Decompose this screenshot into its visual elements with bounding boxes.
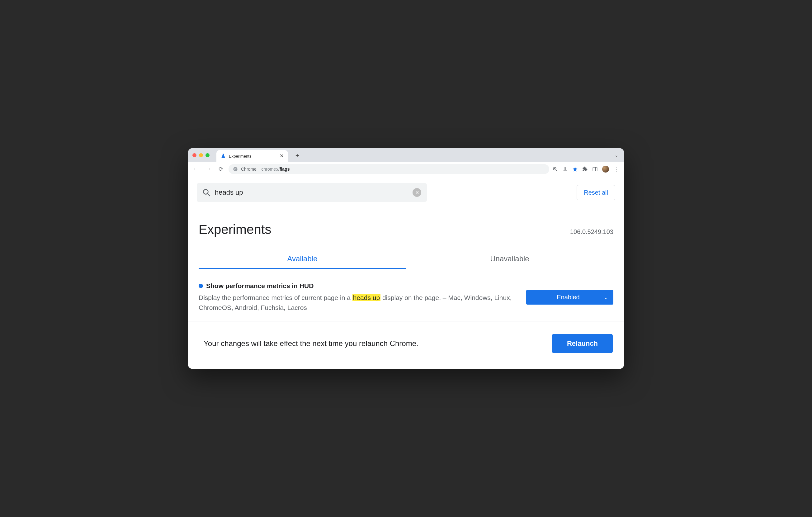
forward-button[interactable]: → — [204, 166, 213, 172]
search-icon — [202, 189, 210, 197]
close-window-button[interactable] — [193, 153, 197, 157]
window-controls — [193, 153, 209, 157]
browser-toolbar: ← → ⟳ Chrome | chrome://flags ⋮ — [188, 162, 624, 176]
chrome-icon — [233, 167, 238, 172]
profile-avatar[interactable] — [602, 166, 609, 173]
sidepanel-icon[interactable] — [592, 166, 598, 172]
share-icon[interactable] — [562, 166, 568, 172]
modified-indicator-icon — [199, 284, 203, 288]
url-separator: | — [258, 167, 260, 172]
version-label: 106.0.5249.103 — [570, 228, 613, 235]
reload-button[interactable]: ⟳ — [216, 166, 225, 173]
back-button[interactable]: ← — [191, 166, 201, 172]
svg-point-10 — [203, 189, 208, 194]
relaunch-message: Your changes will take effect the next t… — [204, 339, 418, 348]
window-titlebar: Experiments ✕ ＋ ⌄ — [188, 148, 624, 162]
new-tab-button[interactable]: ＋ — [294, 151, 300, 160]
address-bar[interactable]: Chrome | chrome://flags — [229, 164, 549, 174]
clear-search-icon[interactable]: ✕ — [412, 188, 421, 197]
zoom-icon[interactable] — [552, 166, 558, 172]
select-value: Enabled — [557, 294, 579, 301]
flag-state-select[interactable]: Enabled ⌄ — [526, 290, 613, 305]
minimize-window-button[interactable] — [199, 153, 203, 157]
tab-unavailable[interactable]: Unavailable — [406, 250, 613, 269]
url-display: Chrome | chrome://flags — [241, 167, 290, 172]
browser-window: Experiments ✕ ＋ ⌄ ← → ⟳ Chrome | chrome:… — [188, 148, 624, 369]
tab-title: Experiments — [229, 154, 277, 159]
relaunch-bar: Your changes will take effect the next t… — [188, 321, 624, 369]
svg-line-5 — [556, 170, 557, 171]
page-title: Experiments — [199, 222, 271, 237]
tab-available[interactable]: Available — [199, 250, 406, 269]
flag-item: Show performance metrics in HUD Display … — [188, 269, 624, 321]
svg-rect-0 — [222, 154, 224, 154]
flag-info: Show performance metrics in HUD Display … — [199, 282, 514, 312]
page-header: Experiments 106.0.5249.103 — [188, 209, 624, 240]
svg-rect-8 — [593, 167, 597, 171]
url-path: chrome://flags — [261, 167, 290, 172]
menu-icon[interactable]: ⋮ — [613, 166, 619, 173]
flag-title: Show performance metrics in HUD — [206, 282, 314, 290]
svg-line-11 — [208, 194, 210, 196]
toolbar-actions: ⋮ — [552, 166, 621, 173]
bookmark-star-icon[interactable] — [572, 166, 578, 172]
tab-close-icon[interactable]: ✕ — [280, 153, 284, 159]
chevron-down-icon: ⌄ — [604, 295, 608, 300]
url-product: Chrome — [241, 167, 257, 172]
tabs-dropdown-icon[interactable]: ⌄ — [615, 153, 619, 157]
maximize-window-button[interactable] — [205, 153, 209, 157]
search-box[interactable]: ✕ — [197, 183, 427, 202]
extensions-icon[interactable] — [582, 166, 588, 172]
search-bar-row: ✕ Reset all — [188, 176, 624, 209]
browser-tab[interactable]: Experiments ✕ — [216, 150, 288, 162]
svg-point-3 — [235, 169, 236, 170]
flask-icon — [221, 153, 226, 159]
relaunch-button[interactable]: Relaunch — [552, 334, 613, 353]
search-input[interactable] — [215, 189, 408, 197]
tabs-row: Available Unavailable — [199, 250, 613, 269]
flag-description: Display the performance metrics of curre… — [199, 293, 514, 312]
page-content: ✕ Reset all Experiments 106.0.5249.103 A… — [188, 176, 624, 369]
reset-all-button[interactable]: Reset all — [577, 185, 615, 200]
search-highlight: heads up — [352, 294, 380, 301]
